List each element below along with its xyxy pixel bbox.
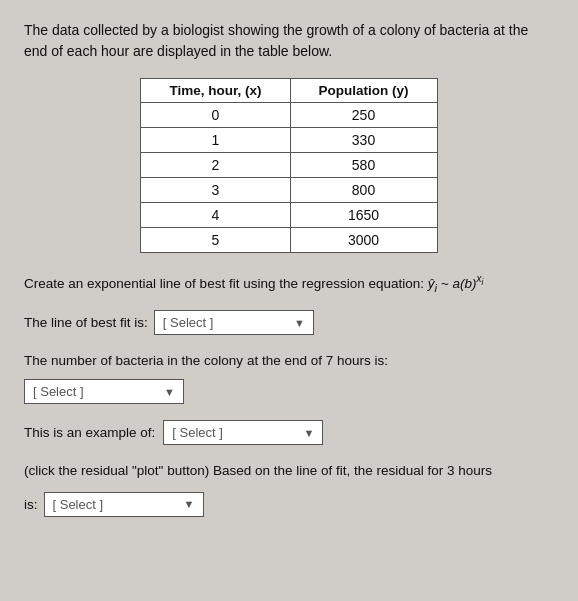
- bacteria-data-table: Time, hour, (x) Population (y) 025013302…: [140, 78, 437, 253]
- example-of-select[interactable]: [ Select ] ▼: [163, 420, 323, 445]
- table-cell-population: 580: [290, 153, 437, 178]
- example-of-select-value: [ Select ]: [172, 425, 223, 440]
- residual-is-label: is:: [24, 497, 38, 512]
- best-fit-label: The line of best fit is:: [24, 315, 148, 330]
- table-cell-population: 800: [290, 178, 437, 203]
- residual-description: (click the residual "plot" button) Based…: [24, 461, 554, 481]
- table-row: 1330: [141, 128, 437, 153]
- residual-select-value: [ Select ]: [53, 497, 104, 512]
- bacteria-count-select-value: [ Select ]: [33, 384, 84, 399]
- example-of-row: This is an example of: [ Select ] ▼: [24, 420, 554, 445]
- best-fit-chevron-icon: ▼: [284, 317, 305, 329]
- bacteria-count-label: The number of bacteria in the colony at …: [24, 351, 554, 371]
- residual-select-row: is: [ Select ] ▼: [24, 492, 554, 517]
- table-header-population: Population (y): [290, 79, 437, 103]
- residual-select[interactable]: [ Select ] ▼: [44, 492, 204, 517]
- table-header-time: Time, hour, (x): [141, 79, 290, 103]
- table-row: 53000: [141, 228, 437, 253]
- table-cell-population: 3000: [290, 228, 437, 253]
- table-cell-population: 250: [290, 103, 437, 128]
- table-cell-time: 1: [141, 128, 290, 153]
- table-cell-population: 330: [290, 128, 437, 153]
- bacteria-count-chevron-icon: ▼: [154, 386, 175, 398]
- equation-formula: ŷi ~ a(b)xi: [428, 276, 484, 291]
- residual-section: (click the residual "plot" button) Based…: [24, 461, 554, 516]
- best-fit-row: The line of best fit is: [ Select ] ▼: [24, 310, 554, 335]
- intro-paragraph: The data collected by a biologist showin…: [24, 20, 554, 62]
- table-row: 41650: [141, 203, 437, 228]
- table-row: 2580: [141, 153, 437, 178]
- best-fit-select-value: [ Select ]: [163, 315, 214, 330]
- equation-prefix-text: Create an exponential line of best fit u…: [24, 276, 428, 291]
- data-table-container: Time, hour, (x) Population (y) 025013302…: [24, 78, 554, 253]
- table-cell-time: 0: [141, 103, 290, 128]
- equation-description: Create an exponential line of best fit u…: [24, 271, 554, 296]
- example-of-chevron-icon: ▼: [293, 427, 314, 439]
- table-cell-time: 5: [141, 228, 290, 253]
- best-fit-select[interactable]: [ Select ] ▼: [154, 310, 314, 335]
- table-row: 0250: [141, 103, 437, 128]
- bacteria-count-section: The number of bacteria in the colony at …: [24, 351, 554, 420]
- table-cell-time: 4: [141, 203, 290, 228]
- residual-chevron-icon: ▼: [174, 498, 195, 510]
- table-cell-time: 2: [141, 153, 290, 178]
- example-of-label: This is an example of:: [24, 425, 155, 440]
- table-cell-population: 1650: [290, 203, 437, 228]
- table-row: 3800: [141, 178, 437, 203]
- table-cell-time: 3: [141, 178, 290, 203]
- bacteria-count-select[interactable]: [ Select ] ▼: [24, 379, 184, 404]
